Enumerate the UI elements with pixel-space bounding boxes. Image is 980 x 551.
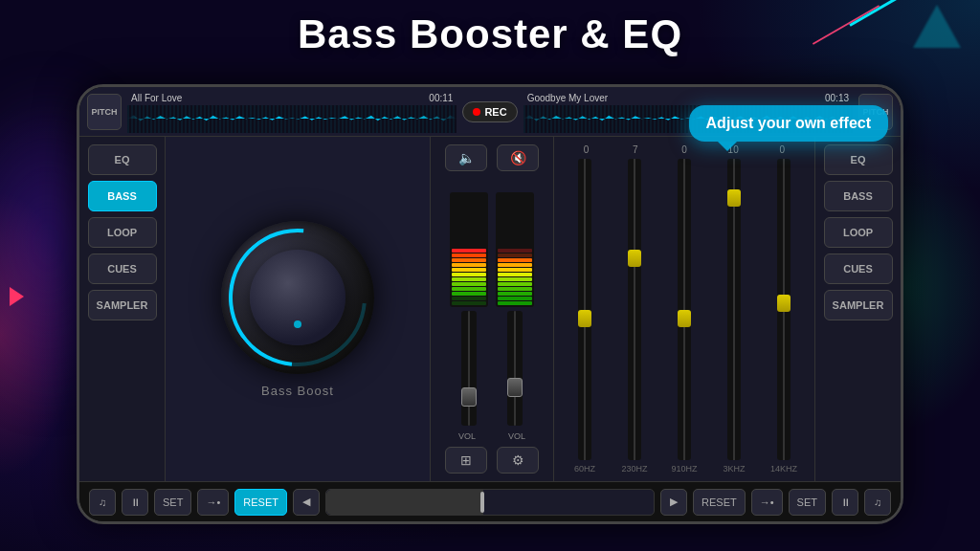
vol-label-left: VOL xyxy=(446,431,488,441)
right-bass-button[interactable]: BASS xyxy=(824,181,893,211)
eq-col-60hz: 60HZ xyxy=(562,159,608,474)
eq-fader-910hz[interactable] xyxy=(678,159,691,460)
set-left-label: SET xyxy=(163,496,183,508)
progress-fill xyxy=(326,490,483,515)
eq-fader-3khz[interactable] xyxy=(727,159,741,460)
cue-right-button[interactable]: →• xyxy=(751,489,783,516)
eq-val-4: 0 xyxy=(763,144,801,155)
eq-col-910hz: 910HZ xyxy=(661,159,707,474)
set-right-button[interactable]: SET xyxy=(789,489,826,516)
right-track-time: 00:13 xyxy=(825,93,849,103)
music-note-right-button[interactable]: ♫ xyxy=(864,489,891,516)
eq-area: 0 7 0 10 0 60HZ xyxy=(554,137,814,481)
right-panel: EQ BASS LOOP CUES SAMPLER xyxy=(814,137,901,481)
tooltip-text: Adjust your own effect xyxy=(706,115,871,131)
rec-button[interactable]: REC xyxy=(462,101,517,122)
left-loop-button[interactable]: LOOP xyxy=(88,217,157,248)
main-content: EQ BASS LOOP CUES SAMPLER Bass Boost 🔈 xyxy=(79,137,901,481)
vu-meter-left xyxy=(450,192,488,307)
reset-left-button[interactable]: RESET xyxy=(234,489,287,516)
pause-left-button[interactable]: ⏸ xyxy=(122,489,148,516)
left-arrow-deco xyxy=(10,287,24,306)
cue-right-icon: →• xyxy=(760,496,774,508)
middle-area: 🔈 🔇 xyxy=(430,137,554,481)
rec-label: REC xyxy=(484,106,506,118)
bass-knob[interactable] xyxy=(221,221,374,374)
music-note-right-icon: ♫ xyxy=(874,496,881,508)
left-track-name: All For Love xyxy=(131,93,182,103)
bottom-bar: ♫ ⏸ SET →• RESET ◀ ▶ RESET →• xyxy=(79,481,901,521)
settings-icon-button[interactable]: ⚙ xyxy=(497,447,539,474)
left-eq-button[interactable]: EQ xyxy=(88,144,157,175)
prev-icon: ◀ xyxy=(302,496,310,508)
eq-fader-230hz[interactable] xyxy=(628,159,641,460)
next-icon: ▶ xyxy=(670,496,678,508)
eq-val-0: 0 xyxy=(568,144,606,155)
prev-button[interactable]: ◀ xyxy=(293,489,320,516)
left-waveform-visual xyxy=(127,105,457,133)
progress-bar[interactable] xyxy=(325,489,655,516)
pitch-left-button[interactable]: PITCH xyxy=(87,94,122,130)
icon-row: ⊞ ⚙ xyxy=(445,447,539,474)
cue-left-icon: →• xyxy=(206,496,220,508)
right-eq-button[interactable]: EQ xyxy=(824,144,893,175)
reset-right-button[interactable]: RESET xyxy=(693,489,746,516)
set-left-button[interactable]: SET xyxy=(154,489,191,516)
pause-right-button[interactable]: ⏸ xyxy=(832,489,858,516)
speaker-row: 🔈 🔇 xyxy=(445,144,539,171)
progress-thumb xyxy=(480,492,484,513)
eq-label-910hz: 910HZ xyxy=(671,464,697,474)
fader-left[interactable] xyxy=(461,311,477,426)
left-glow xyxy=(0,191,77,478)
eq-val-1: 7 xyxy=(616,144,655,155)
eq-col-230hz: 230HZ xyxy=(612,159,657,474)
right-track-name: Goodbye My Lover xyxy=(527,93,609,103)
vu-meter-right xyxy=(496,192,534,307)
eq-val-2: 0 xyxy=(665,144,703,155)
cue-left-button[interactable]: →• xyxy=(197,489,229,516)
left-cues-button[interactable]: CUES xyxy=(88,253,157,284)
next-button[interactable]: ▶ xyxy=(660,489,687,516)
left-waveform: All For Love 00:11 xyxy=(127,91,457,133)
eq-fader-14khz[interactable] xyxy=(777,159,791,460)
eq-label-14khz: 14KHZ xyxy=(770,464,797,474)
speaker-right-button[interactable]: 🔇 xyxy=(497,144,539,171)
vol-labels: VOL VOL xyxy=(446,431,538,441)
set-right-label: SET xyxy=(797,496,817,508)
grid-icon-button[interactable]: ⊞ xyxy=(445,447,487,474)
eq-label-60hz: 60HZ xyxy=(574,464,595,474)
bass-boost-label: Bass Boost xyxy=(261,384,334,398)
vu-fader-row xyxy=(450,181,534,426)
eq-fader-60hz[interactable] xyxy=(578,159,591,460)
left-bass-button[interactable]: BASS xyxy=(88,181,157,211)
reset-right-label: RESET xyxy=(702,496,737,508)
vol-label-right: VOL xyxy=(496,431,538,441)
fader-right[interactable] xyxy=(507,311,523,426)
right-sampler-button[interactable]: SAMPLER xyxy=(824,290,893,320)
eq-label-3khz: 3KHZ xyxy=(723,464,745,474)
pause-right-icon: ⏸ xyxy=(840,496,851,508)
page-title: Bass Booster & EQ xyxy=(0,11,980,57)
rec-dot-icon xyxy=(473,108,480,116)
eq-values-row: 0 7 0 10 0 xyxy=(562,144,807,155)
eq-col-14khz: 14KHZ xyxy=(761,159,807,474)
right-loop-button[interactable]: LOOP xyxy=(824,217,893,248)
left-sampler-button[interactable]: SAMPLER xyxy=(88,290,157,320)
speaker-left-button[interactable]: 🔈 xyxy=(445,144,487,171)
right-cues-button[interactable]: CUES xyxy=(824,253,893,284)
pause-left-icon: ⏸ xyxy=(130,496,141,508)
knob-inner xyxy=(250,250,345,345)
eq-col-3khz: 3KHZ xyxy=(711,159,757,474)
center-knob-area: Bass Boost xyxy=(166,137,430,481)
eq-sliders-row: 60HZ 230HZ 910HZ xyxy=(562,159,807,474)
eq-label-230hz: 230HZ xyxy=(621,464,647,474)
music-note-left-button[interactable]: ♫ xyxy=(89,489,116,516)
left-track-time: 00:11 xyxy=(429,93,453,103)
phone-frame: PITCH All For Love 00:11 REC Goodbye My … xyxy=(77,84,903,524)
music-note-left-icon: ♫ xyxy=(99,496,106,508)
reset-left-label: RESET xyxy=(243,496,278,508)
knob-indicator xyxy=(294,320,301,328)
bass-knob-container xyxy=(221,221,374,374)
tooltip-bubble: Adjust your own effect xyxy=(689,105,888,142)
left-panel: EQ BASS LOOP CUES SAMPLER xyxy=(79,137,166,481)
